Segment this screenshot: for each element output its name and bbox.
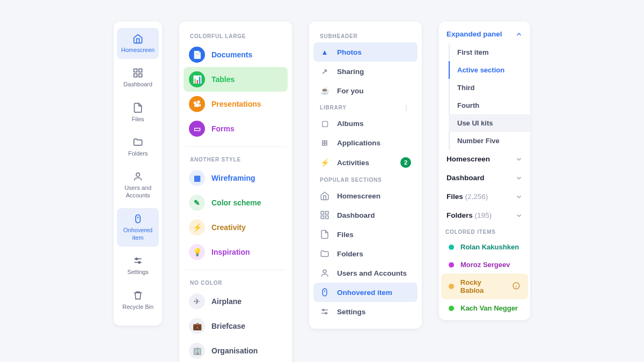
menu-item-color-scheme[interactable]: ✎Color scheme [184, 190, 288, 215]
menu-item-albums[interactable]: ▢Albums [313, 114, 418, 133]
nav-item-settings[interactable]: Settings [117, 250, 159, 281]
menu-item-for-you[interactable]: ☕For you [313, 81, 418, 100]
nav-label: Dashboard [123, 80, 152, 88]
item-label: Onhovered item [337, 289, 392, 297]
item-icon: ↗ [320, 67, 330, 76]
menu-item-folders[interactable]: Folders [313, 244, 418, 263]
menu-item-creativity[interactable]: ⚡Creativity [184, 215, 288, 240]
group-header: ANOTHER STYLE [184, 152, 288, 166]
menu-item-photos[interactable]: ▲Photos [313, 42, 418, 62]
item-icon: 💼 [189, 318, 205, 334]
svg-point-24 [325, 313, 327, 314]
nav-item-homescreen[interactable]: Homescreen [117, 28, 159, 59]
panel-label: Homescreen [447, 155, 490, 163]
sub-item-active-section[interactable]: Active section [449, 61, 530, 79]
menu-item-wireframing[interactable]: ▦Wireframing [184, 166, 288, 190]
accordion-header-dashboard[interactable]: Dashboard [439, 168, 530, 187]
item-label: Settings [337, 308, 365, 316]
svg-rect-5 [136, 215, 140, 223]
menu-item-dashboard[interactable]: Dashboard [313, 205, 418, 225]
item-icon: 📽 [189, 96, 205, 112]
sub-item-fourth[interactable]: Fourth [449, 97, 530, 114]
item-icon [320, 230, 330, 239]
nav-item-users-and-accounts[interactable]: Users and Accounts [117, 166, 159, 205]
nav-label: Homescreen [121, 46, 155, 54]
item-label: Wireframing [211, 174, 255, 182]
nav-item-onhovered-item[interactable]: Onhovered item [117, 208, 159, 247]
menu-item-applications[interactable]: ⊞Applications [313, 133, 418, 152]
svg-point-13 [406, 110, 407, 111]
item-icon: 💡 [189, 244, 205, 260]
nav-item-folders[interactable]: Folders [117, 131, 159, 162]
item-icon [320, 191, 330, 201]
item-label: Users and Accounts [337, 269, 407, 277]
colored-item-moroz-sergeev[interactable]: Moroz Sergeev [441, 256, 528, 274]
item-label: Moroz Sergeev [460, 261, 510, 269]
menu-item-sharing[interactable]: ↗Sharing [313, 62, 418, 81]
item-icon [320, 249, 330, 258]
menu-item-tables[interactable]: 📊Tables [184, 67, 288, 92]
group-header: POPULAR SECTIONS [313, 173, 418, 186]
chevron-down-icon [515, 156, 523, 163]
menu-item-files[interactable]: Files [313, 225, 418, 244]
chevron-down-icon [515, 212, 523, 219]
mouse-icon [133, 213, 143, 224]
colored-item-kach-van-negger[interactable]: Kach Van Negger [441, 299, 528, 317]
item-icon: ⚡ [189, 219, 205, 235]
item-label: Photos [337, 48, 362, 56]
menu-item-homescreen[interactable]: Homescreen [313, 186, 418, 205]
color-dot-icon [449, 284, 454, 289]
item-label: Forms [211, 124, 235, 133]
svg-point-10 [138, 262, 140, 263]
svg-rect-0 [134, 69, 137, 72]
sidebar-icon-nav: HomescreenDashboardFilesFoldersUsers and… [114, 21, 162, 326]
accordion-header-homescreen[interactable]: Homescreen [439, 150, 530, 168]
menu-item-users-and-accounts[interactable]: Users and Accounts [313, 263, 418, 283]
svg-rect-3 [139, 74, 142, 77]
colored-item-rocky-babloa[interactable]: Rocky Babloa [441, 274, 528, 299]
accordion-header-expanded[interactable]: Expanded panel [439, 25, 530, 43]
menu-item-onhovered-item[interactable]: Onhovered item [313, 283, 418, 302]
menu-item-organisation[interactable]: 🏢Organisation [184, 338, 288, 362]
accordion-header-files[interactable]: Files (2,256) [439, 187, 530, 206]
menu-item-documents[interactable]: 📄Documents [184, 42, 288, 67]
menu-item-settings[interactable]: Settings [313, 302, 418, 321]
nav-label: Settings [127, 268, 149, 276]
item-icon: ▲ [320, 47, 330, 57]
chevron-up-icon [515, 31, 523, 38]
sliders-icon [133, 255, 143, 266]
item-label: Applications [337, 139, 380, 147]
sub-item-number-five[interactable]: Number Five [449, 132, 530, 150]
menu-item-inspiration[interactable]: 💡Inspiration [184, 240, 288, 264]
menu-item-airplane[interactable]: ✈Airplane [184, 289, 288, 314]
item-label: Files [337, 231, 354, 239]
info-icon[interactable] [512, 282, 521, 292]
item-label: Sharing [337, 68, 364, 76]
colored-item-rolan-kakushken[interactable]: Rolan Kakushken [441, 238, 528, 256]
nav-item-recycle-bin[interactable]: Recycle Bin [117, 285, 159, 316]
sub-item-use-ui-kits[interactable]: Use UI kits [449, 114, 530, 132]
folder-icon [133, 137, 143, 147]
item-icon [320, 307, 330, 316]
menu-item-activities[interactable]: ⚡Activities2 [313, 152, 418, 173]
menu-item-forms[interactable]: ▭Forms [184, 116, 288, 141]
nav-item-files[interactable]: Files [117, 97, 159, 128]
accordion-header-folders[interactable]: Folders (195) [439, 206, 530, 225]
menu-item-presentations[interactable]: 📽Presentations [184, 92, 288, 116]
nav-label: Onhovered item [119, 226, 157, 242]
svg-rect-19 [323, 289, 327, 296]
sub-item-first-item[interactable]: First item [449, 43, 530, 61]
item-icon [320, 268, 330, 278]
nav-item-dashboard[interactable]: Dashboard [117, 62, 159, 93]
nav-label: Files [131, 115, 144, 123]
menu-item-briefcase[interactable]: 💼Briefcase [184, 314, 288, 338]
sub-item-third[interactable]: Third [449, 79, 530, 97]
file-icon [133, 102, 143, 113]
panel-label: Expanded panel [447, 30, 502, 38]
item-label: Dashboard [337, 211, 375, 219]
chevron-down-icon [515, 174, 523, 182]
kebab-icon[interactable] [402, 105, 410, 113]
svg-rect-15 [326, 211, 328, 214]
item-icon: 📄 [189, 47, 205, 63]
svg-rect-16 [321, 216, 324, 219]
